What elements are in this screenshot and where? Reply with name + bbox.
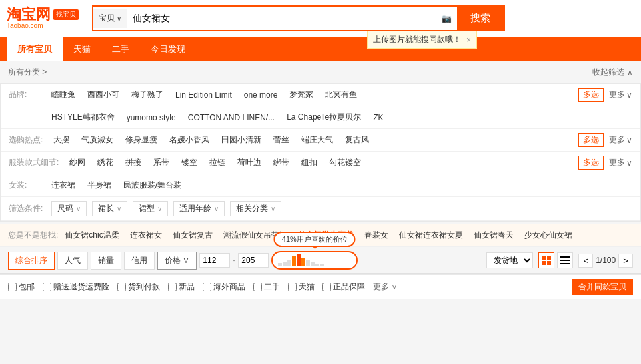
related-item-2[interactable]: 仙女裙复古 [169,228,217,242]
merge-btn[interactable]: 合并同款宝贝 [572,279,633,295]
age-select[interactable]: 适用年龄 [173,201,225,216]
hotspot-more-btn[interactable]: 更多 ∨ [609,134,632,146]
next-page-btn[interactable]: > [618,254,633,268]
type-item-2[interactable]: 民族服装/舞台装 [118,178,187,192]
price-to-input[interactable] [238,253,269,268]
hotspot-item-1[interactable]: 气质淑女 [76,133,119,147]
more-filter-btn[interactable]: 更多 ∨ [373,281,398,293]
size-select[interactable]: 尺码 [51,201,87,216]
brand-item-2[interactable]: 梅子熟了 [126,88,169,102]
checkbox-cod[interactable]: 货到付款 [117,281,160,293]
chevron-down-icon: ∨ [626,91,632,100]
brand-item2-2[interactable]: COTTON AND LINEN/... [183,112,280,124]
breadcrumb-text[interactable]: 所有分类 > [8,67,47,78]
free-shipping-checkbox[interactable] [8,283,17,291]
search-category[interactable]: 宝贝 [93,9,127,28]
search-input[interactable] [127,9,436,28]
style-item-9[interactable]: 勾花镂空 [324,156,366,170]
style-item-8[interactable]: 纽扣 [296,156,322,170]
camera-icon[interactable]: 📷 [436,14,457,23]
upload-hint-close[interactable]: × [466,35,471,45]
new-checkbox[interactable] [168,283,177,291]
return-insurance-checkbox[interactable] [43,283,51,291]
list-view-icon [560,256,570,265]
cod-checkbox[interactable] [117,283,126,291]
nav-item-secondhand[interactable]: 二手 [101,37,140,61]
brand-item2-0[interactable]: HSTYLE韩都衣舍 [46,110,120,124]
type-item-1[interactable]: 半身裙 [82,178,117,192]
style-item-1[interactable]: 绣花 [92,156,119,170]
style-item-2[interactable]: 拼接 [120,156,147,170]
brand-more-btn[interactable]: 更多 ∨ [609,89,632,100]
hotspot-item-6[interactable]: 端庄大气 [296,133,338,147]
hotspot-item-0[interactable]: 大摆 [48,133,75,147]
hotspot-multi-btn[interactable]: 多选 [578,133,604,147]
checkbox-secondhand[interactable]: 二手 [253,281,280,293]
sort-comprehensive[interactable]: 综合排序 [8,252,55,270]
related-item-5[interactable]: 春装女 [360,228,392,242]
style-multi-btn[interactable]: 多选 [578,156,604,170]
sort-popularity[interactable]: 人气 [57,252,88,270]
delivery-select[interactable]: 发货地 [486,252,533,268]
nav-item-today[interactable]: 今日发现 [140,37,196,61]
checkbox-tmall[interactable]: 天猫 [288,281,315,293]
chevron-down-icon4: ∨ [183,256,189,265]
brand-item-6[interactable]: 北冥有鱼 [320,88,362,102]
brand-item-3[interactable]: Lin Edition Limit [170,89,237,101]
brand-item-0[interactable]: 瞌睡兔 [46,88,81,102]
skirt-length-select[interactable]: 裙长 [92,201,127,216]
style-item-4[interactable]: 镂空 [176,156,203,170]
collapse-filter-btn[interactable]: 收起筛选 ∧ [592,67,633,78]
related-label: 您是不是想找: [8,230,58,241]
hotspot-item-7[interactable]: 复古风 [340,133,374,147]
brand-item-1[interactable]: 西西小可 [82,88,125,102]
brand-item-4[interactable]: one more [239,89,283,101]
brand-item2-3[interactable]: La Chapelle拉夏贝尔 [281,110,366,124]
secondhand-checkbox[interactable] [253,283,262,291]
style-item-5[interactable]: 拉链 [204,156,231,170]
style-item-7[interactable]: 绑带 [268,156,295,170]
search-button[interactable]: 搜索 [457,7,504,30]
hotspot-item-5[interactable]: 蕾丝 [268,133,295,147]
brand-item2-4[interactable]: ZK [368,112,388,124]
tmall-checkbox[interactable] [288,283,297,291]
related-item-7[interactable]: 仙女裙春天 [470,228,518,242]
style-item-3[interactable]: 系带 [148,156,175,170]
authentic-checkbox[interactable] [322,283,331,291]
brand-multi-btn[interactable]: 多选 [578,88,604,102]
checkbox-return-insurance[interactable]: 赠送退货运费险 [43,281,109,293]
price-from-input[interactable] [199,253,230,268]
hotspot-item-2[interactable]: 修身显瘦 [120,133,163,147]
related-item-8[interactable]: 少女心仙女裙 [520,228,576,242]
brand-item2-1[interactable]: yumomo style [121,112,181,124]
hotspot-item-3[interactable]: 名媛小香风 [164,133,215,147]
related-category-select[interactable]: 相关分类 [230,201,281,216]
checkbox-new[interactable]: 新品 [168,281,195,293]
overseas-checkbox[interactable] [203,283,211,291]
sort-sales[interactable]: 销量 [91,252,121,270]
hotspot-item-4[interactable]: 田园小清新 [216,133,267,147]
related-item-1[interactable]: 连衣裙女 [126,228,166,242]
chevron-up-icon: ∧ [627,68,633,77]
nav-item-tmall[interactable]: 天猫 [63,37,101,61]
prev-page-btn[interactable]: < [578,254,593,268]
checkbox-authentic[interactable]: 正品保障 [322,281,365,293]
type-item-0[interactable]: 连衣裙 [46,178,81,192]
price-range-slider[interactable]: 41%用户喜欢的价位 [271,251,358,270]
nav-item-all[interactable]: 所有宝贝 [7,37,63,61]
style-more-btn[interactable]: 更多 ∨ [609,157,632,168]
grid-view-btn[interactable] [538,252,554,268]
price-label[interactable]: 价格 ∨ [157,252,197,270]
related-item-0[interactable]: 仙女裙chic温柔 [61,228,123,242]
checkbox-overseas[interactable]: 海外商品 [203,281,245,293]
sort-credit[interactable]: 信用 [124,252,155,270]
style-item-0[interactable]: 纱网 [64,156,91,170]
checkbox-free-shipping[interactable]: 包邮 [8,281,35,293]
style-item-6[interactable]: 荷叶边 [232,156,267,170]
brand-item-5[interactable]: 梦梵家 [284,88,319,102]
skirt-type-select[interactable]: 裙型 [133,201,168,216]
find-bao-badge[interactable]: 找宝贝 [53,9,79,20]
related-item-6[interactable]: 仙女裙连衣裙女夏 [395,228,467,242]
list-view-btn[interactable] [557,252,573,268]
sort-right: 发货地 < 1/100 > [486,252,633,268]
